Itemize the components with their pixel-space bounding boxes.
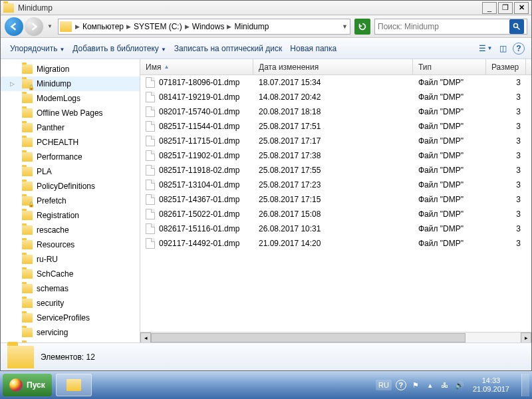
tree-item[interactable]: PolicyDefinitions [1,179,140,194]
tree-item[interactable]: ▷Minidump [1,76,140,91]
folder-icon [22,79,33,88]
chevron-right-icon[interactable]: ▶ [74,23,80,30]
volume-icon[interactable]: 🔊 [454,380,465,390]
titlebar[interactable]: Minidump _ ❐ ✕ [1,1,531,15]
breadcrumb-segment[interactable]: Компьютер [80,22,126,31]
tree-item[interactable]: security [1,296,140,311]
folder-icon [22,65,33,74]
network-icon[interactable]: 🖧 [440,380,450,390]
folder-tree[interactable]: Migration▷MinidumpModemLogsOffline Web P… [1,59,140,342]
file-icon [146,92,155,102]
file-row[interactable]: 081417-19219-01.dmp14.08.2017 20:42Файл … [140,90,531,104]
tree-item[interactable]: ModemLogs [1,91,140,106]
tree-item[interactable]: ru-RU [1,252,140,267]
folder-icon [22,299,33,308]
file-name: 071817-18096-01.dmp [159,78,239,87]
chevron-right-icon[interactable]: ▶ [226,23,232,30]
help-button[interactable]: ? [513,43,525,55]
column-size[interactable]: Размер [486,59,526,74]
scroll-right-button[interactable]: ▸ [521,332,531,343]
file-row[interactable]: 071817-18096-01.dmp18.07.2017 15:34Файл … [140,75,531,90]
tree-item[interactable]: PCHEALTH [1,135,140,150]
tree-item[interactable]: Prefetch [1,194,140,208]
tray-expand-icon[interactable]: ▴ [425,380,436,390]
folder-icon [7,346,34,368]
tree-item[interactable]: ServiceProfiles [1,311,140,325]
language-indicator[interactable]: RU [376,380,392,390]
chevron-right-icon[interactable]: ▶ [126,23,132,30]
clock[interactable]: 14:33 21.09.2017 [469,376,513,394]
help-tray-icon[interactable]: ? [396,380,406,390]
show-desktop-button[interactable] [521,374,529,396]
refresh-button[interactable] [354,19,370,35]
expand-icon[interactable]: ▷ [10,80,17,87]
column-name[interactable]: Имя▲ [140,59,253,74]
breadcrumb-segment[interactable]: Minidump [232,22,271,31]
new-folder-button[interactable]: Новая папка [286,41,340,56]
scroll-thumb[interactable] [151,333,466,342]
column-date[interactable]: Дата изменения [253,59,413,74]
tree-item[interactable]: Panther [1,120,140,135]
file-row[interactable]: 092117-14492-01.dmp21.09.2017 14:20Файл … [140,236,531,251]
tree-item[interactable]: schemas [1,281,140,296]
file-row[interactable]: 082517-11715-01.dmp25.08.2017 17:17Файл … [140,134,531,148]
file-date: 25.08.2017 17:23 [253,180,413,190]
file-name: 092117-14492-01.dmp [159,239,239,248]
tree-item[interactable]: Registration [1,208,140,223]
file-size: 3 [486,166,526,175]
tree-item[interactable]: servicing [1,325,140,340]
file-date: 26.08.2017 15:08 [253,209,413,219]
file-row[interactable]: 082517-14367-01.dmp25.08.2017 17:15Файл … [140,192,531,207]
horizontal-scrollbar[interactable]: ◂ ▸ [140,332,531,342]
file-date: 20.08.2017 18:18 [253,107,413,116]
recent-dropdown-icon[interactable]: ▼ [47,23,53,29]
organize-menu[interactable]: Упорядочить▼ [6,41,68,56]
search-box[interactable] [374,19,527,35]
file-row[interactable]: 082517-11544-01.dmp25.08.2017 17:51Файл … [140,119,531,134]
file-row[interactable]: 082517-11902-01.dmp25.08.2017 17:38Файл … [140,148,531,163]
folder-icon [22,138,33,147]
action-center-icon[interactable]: ⚑ [410,380,421,390]
column-type[interactable]: Тип [413,59,486,74]
file-type: Файл "DMP" [413,122,486,131]
include-library-menu[interactable]: Добавить в библиотеку▼ [68,41,170,56]
folder-icon [22,211,33,220]
breadcrumb-segment[interactable]: SYSTEM (C:) [132,22,184,31]
close-button[interactable]: ✕ [514,2,529,14]
breadcrumb[interactable]: ▶ Компьютер ▶ SYSTEM (C:) ▶ Windows ▶ Mi… [58,19,350,35]
file-row[interactable]: 082617-15116-01.dmp26.08.2017 10:31Файл … [140,221,531,236]
tree-item[interactable]: Migration [1,62,140,76]
file-row[interactable]: 082617-15022-01.dmp26.08.2017 15:08Файл … [140,207,531,221]
tree-item[interactable]: PLA [1,164,140,179]
maximize-button[interactable]: ❐ [498,2,513,14]
file-rows[interactable]: 071817-18096-01.dmp18.07.2017 15:34Файл … [140,75,531,332]
file-row[interactable]: 082517-13104-01.dmp25.08.2017 17:23Файл … [140,178,531,192]
file-name: 082517-11544-01.dmp [159,122,239,131]
forward-button[interactable] [25,17,43,36]
search-button[interactable] [509,19,524,34]
tree-item[interactable]: SchCache [1,267,140,281]
breadcrumb-segment[interactable]: Windows [190,22,227,31]
minimize-button[interactable]: _ [482,2,497,14]
tree-item[interactable]: rescache [1,223,140,237]
burn-button[interactable]: Записать на оптический диск [170,41,287,56]
taskbar-explorer[interactable] [56,374,92,396]
tree-item[interactable]: Resources [1,237,140,252]
search-input[interactable] [378,22,507,31]
scroll-left-button[interactable]: ◂ [140,332,151,343]
view-options-button[interactable]: ☰▼ [478,41,493,56]
file-row[interactable]: 082017-15740-01.dmp20.08.2017 18:18Файл … [140,104,531,119]
tree-item[interactable]: Performance [1,150,140,164]
file-name: 082617-15116-01.dmp [159,224,239,233]
scroll-track[interactable] [151,333,521,342]
chevron-down-icon[interactable]: ▼ [341,23,348,30]
start-button[interactable]: Пуск [3,374,52,396]
back-button[interactable] [5,17,23,36]
preview-pane-button[interactable]: ◫ [495,41,510,56]
file-type: Файл "DMP" [413,136,486,146]
tree-item[interactable]: Offline Web Pages [1,106,140,120]
chevron-right-icon[interactable]: ▶ [184,23,190,30]
file-size: 3 [486,209,526,219]
file-row[interactable]: 082517-11918-02.dmp25.08.2017 17:55Файл … [140,163,531,178]
file-date: 25.08.2017 17:55 [253,166,413,175]
